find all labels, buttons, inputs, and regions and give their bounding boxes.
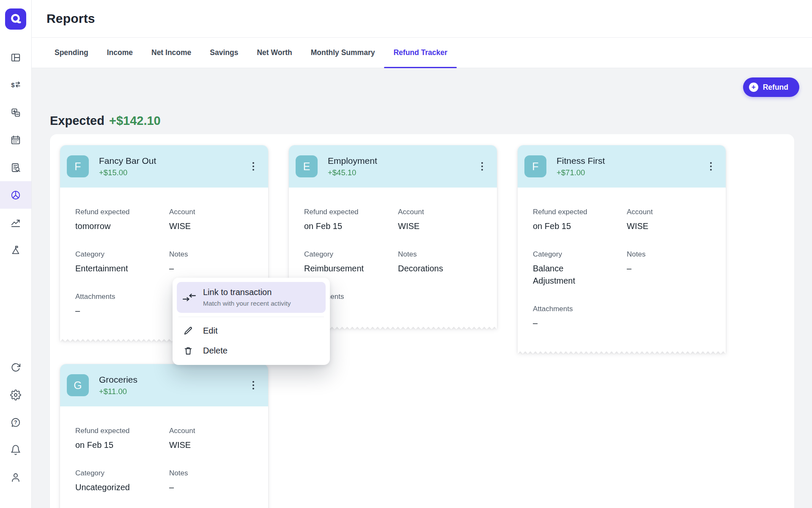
avatar: G	[67, 374, 89, 396]
pie-chart-icon	[10, 190, 21, 201]
field-category: Category Balance Adjustment	[533, 250, 627, 287]
field-attachments: Attachments –	[75, 293, 169, 317]
card-surface: G Groceries +$11.00	[60, 364, 268, 508]
pencil-icon	[184, 326, 193, 336]
field-category: Category Reimbursement	[304, 250, 398, 275]
card-header: F Fitness First +$71.00	[518, 145, 726, 188]
q-logo-icon	[8, 12, 23, 26]
gear-icon	[10, 389, 21, 400]
field-refund-expected: Refund expected on Feb 15	[533, 208, 627, 232]
link-transaction-icon	[183, 293, 196, 302]
card-body: Refund expected on Feb 15 Account WISE	[518, 188, 726, 349]
field-category: Category Entertainment	[75, 250, 169, 275]
title-bar: Reports	[32, 0, 812, 38]
card-menu-button[interactable]	[704, 157, 718, 176]
sidebar: $	[0, 0, 32, 508]
card-menu-button[interactable]	[475, 157, 489, 176]
trash-icon	[184, 346, 193, 356]
field-account: Account WISE	[398, 208, 482, 232]
card-amount: +$11.00	[99, 387, 137, 396]
card-head-text: Fancy Bar Out +$15.00	[99, 156, 156, 177]
svg-text:?: ?	[14, 419, 17, 425]
tab-monthly-summary[interactable]: Monthly Summary	[302, 38, 384, 68]
sidebar-item-trends[interactable]	[0, 209, 31, 236]
page-title: Reports	[47, 11, 95, 26]
field-category: Category Uncategorized	[75, 469, 169, 494]
app-logo[interactable]	[5, 8, 26, 30]
sidebar-item-help[interactable]: ?	[0, 409, 31, 436]
refunds-panel: F Fancy Bar Out +$15.00	[50, 134, 794, 508]
menu-item-delete[interactable]: Delete	[177, 341, 326, 361]
sidebar-item-profile[interactable]	[0, 464, 31, 491]
expected-label: Expected	[50, 114, 104, 128]
card-title: Fancy Bar Out	[99, 156, 156, 166]
money-transfer-icon: $	[10, 80, 21, 91]
menu-item-text: Link to transaction Match with your rece…	[203, 287, 291, 307]
add-refund-label: Refund	[763, 83, 788, 92]
card-menu-button[interactable]	[246, 157, 261, 176]
field-notes: Notes –	[169, 250, 253, 275]
field-refund-expected: Refund expected tomorrow	[75, 208, 169, 232]
field-account: Account WISE	[627, 208, 710, 232]
card-header: G Groceries +$11.00	[60, 364, 268, 406]
sidebar-item-transactions[interactable]: $	[0, 71, 31, 99]
card-menu-button[interactable]	[246, 376, 261, 395]
add-refund-button[interactable]: + Refund	[743, 77, 799, 97]
sidebar-item-settings[interactable]	[0, 381, 31, 409]
card-torn-edge	[518, 349, 726, 354]
link-to-transaction-label: Link to transaction	[203, 287, 291, 297]
refund-card-fitness-first[interactable]: F Fitness First +$71.00	[518, 145, 726, 354]
refund-card-groceries[interactable]: G Groceries +$11.00	[60, 364, 268, 508]
person-icon	[10, 472, 21, 483]
sidebar-item-notifications[interactable]	[0, 436, 31, 464]
tab-net-income[interactable]: Net Income	[142, 38, 200, 68]
sidebar-nav: $	[0, 44, 31, 264]
menu-divider	[178, 317, 324, 317]
sidebar-item-dashboard[interactable]	[0, 44, 31, 71]
tab-income[interactable]: Income	[98, 38, 142, 68]
field-account: Account WISE	[169, 427, 253, 451]
card-head-text: Fitness First +$71.00	[557, 156, 605, 177]
dashboard-icon	[10, 52, 21, 63]
field-notes: Notes Decorations	[398, 250, 482, 275]
toolbar: + Refund	[32, 68, 812, 97]
card-title: Fitness First	[557, 156, 605, 166]
svg-text:$: $	[11, 81, 15, 88]
card-title: Groceries	[99, 375, 137, 385]
sidebar-item-goals[interactable]	[0, 236, 31, 264]
sidebar-item-calendar[interactable]	[0, 126, 31, 154]
card-head-text: Employment +$45.10	[328, 156, 377, 177]
card-context-menu: Link to transaction Match with your rece…	[173, 278, 330, 365]
card-header: E Employment +$45.10	[289, 145, 497, 188]
card-head-text: Groceries +$11.00	[99, 375, 137, 396]
mountain-flag-icon	[10, 245, 21, 256]
sidebar-item-reports[interactable]	[0, 181, 31, 209]
calendar-icon	[10, 135, 21, 146]
card-header: F Fancy Bar Out +$15.00	[60, 145, 268, 188]
tab-net-worth[interactable]: Net Worth	[247, 38, 301, 68]
field-attachments: Attachments –	[533, 305, 627, 329]
menu-item-edit[interactable]: Edit	[177, 321, 326, 341]
field-notes: Notes –	[169, 469, 253, 494]
sidebar-item-accounts[interactable]	[0, 99, 31, 126]
report-tabs: Spending Income Net Income Savings Net W…	[32, 38, 812, 68]
link-to-transaction-description: Match with your recent activity	[203, 300, 291, 307]
sidebar-bottom-nav: ?	[0, 353, 31, 491]
sidebar-item-refresh[interactable]	[0, 353, 31, 381]
avatar: F	[67, 155, 89, 177]
refund-tracker-content: + Refund Expected +$142.10 F Fancy Bar O…	[32, 68, 812, 508]
card-amount: +$71.00	[557, 168, 605, 177]
tab-refund-tracker[interactable]: Refund Tracker	[384, 38, 456, 68]
menu-item-link-to-transaction[interactable]: Link to transaction Match with your rece…	[177, 282, 326, 313]
expected-amount: +$142.10	[109, 114, 161, 128]
sidebar-item-budget-review[interactable]	[0, 154, 31, 181]
tab-spending[interactable]: Spending	[45, 38, 98, 68]
field-refund-expected: Refund expected on Feb 15	[75, 427, 169, 451]
bell-icon	[10, 444, 21, 456]
field-refund-expected: Refund expected on Feb 15	[304, 208, 398, 232]
report-search-icon	[10, 162, 21, 173]
card-body: Refund expected on Feb 15 Account WISE	[60, 406, 268, 508]
avatar: E	[296, 155, 318, 177]
tab-savings[interactable]: Savings	[200, 38, 247, 68]
plus-icon: +	[749, 83, 758, 92]
